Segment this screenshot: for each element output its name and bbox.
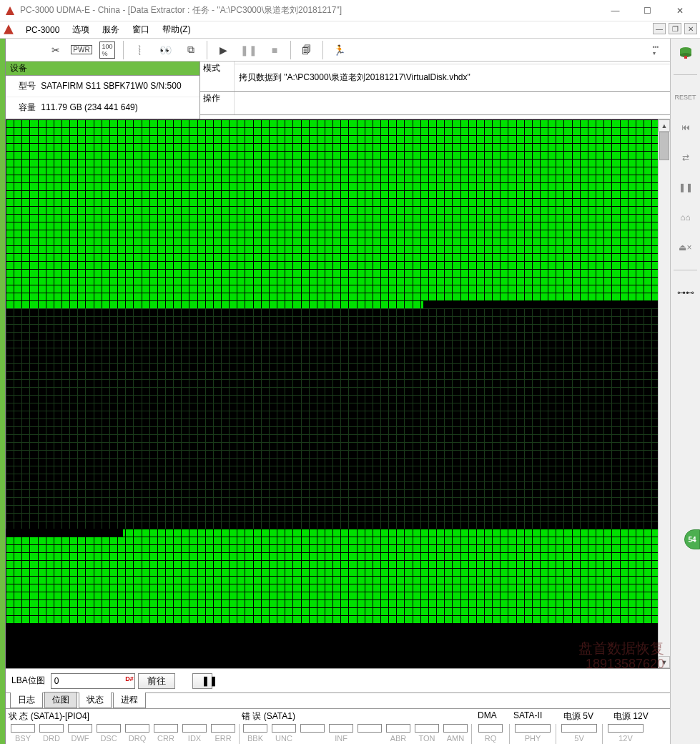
pause-icon[interactable]: ❚❚ [236, 40, 262, 60]
eject-icon[interactable]: ⏏× [675, 237, 696, 258]
stop-icon[interactable]: ■ [262, 40, 287, 60]
device-panel: 设备 型号 SATAFIRM S11 SBFK71W0 S/N:500 容量 1… [6, 62, 200, 119]
flag-unc: UNC [270, 724, 298, 743]
jump-start-icon[interactable]: ⏮ [675, 117, 696, 138]
mdi-minimize-button[interactable]: — [653, 23, 666, 34]
lba-label: LBA位图 [11, 675, 45, 687]
lba-input[interactable] [51, 673, 135, 689]
map-scrollbar[interactable]: ▲ ▼ [658, 119, 670, 668]
adapter-icon[interactable]: ⊶⊷ [675, 282, 696, 303]
toolbar: ✂ PWR 100% ⦚ 👀 ⧉ ▶ ❚❚ ■ 🗐 🏃 ▪▪▪▾ [6, 39, 670, 62]
flag-drq: DRQ [123, 724, 152, 743]
flag-bbk: BBK [241, 724, 270, 743]
svg-marker-1 [4, 24, 14, 34]
flag-5v: 5V [558, 724, 601, 743]
flag-ton: TON [413, 724, 441, 743]
sync-icon[interactable]: ⇄ [675, 147, 696, 168]
scroll-thumb[interactable] [659, 132, 669, 160]
mdi-controls: — ❐ ✕ [653, 23, 697, 34]
app-menu-icon [3, 24, 16, 36]
bit-tool-icon[interactable]: ⦚ [127, 40, 152, 60]
svg-marker-0 [6, 6, 14, 15]
toolbar-dropdown-icon[interactable]: ▪▪▪▾ [643, 40, 669, 60]
copy-docs-icon[interactable]: 🗐 [294, 40, 320, 60]
capacity-label: 容量 [19, 102, 36, 114]
drive-power-icon[interactable] [675, 41, 696, 63]
play-icon[interactable]: ▶ [210, 40, 236, 60]
reset-icon[interactable]: RESET [675, 87, 696, 108]
lba-controls-row: LBA位图 D# 前往 ❚❚ [6, 668, 670, 692]
model-row: 型号 SATAFIRM S11 SBFK71W0 S/N:500 [6, 76, 199, 97]
map-band-read-bottom [6, 529, 658, 623]
capacity-value: 111.79 GB (234 441 649) [41, 102, 137, 112]
flag-abr: ABR [384, 724, 413, 743]
sector-map-area: ▲ ▼ [6, 119, 670, 668]
close-button[interactable]: ✕ [664, 0, 696, 21]
device-panel-header: 设备 [6, 62, 199, 76]
flag-inf: INF [327, 724, 355, 743]
port-info-icon[interactable]: PWR [69, 40, 94, 60]
status-sata2-label: SATA-II [513, 710, 563, 723]
tab-bitmap[interactable]: 位图 [44, 692, 77, 708]
tabs-row: 日志 位图 状态 进程 [6, 692, 670, 708]
lba-pause-button[interactable]: ❚❚ [192, 673, 212, 689]
menu-options[interactable]: 选项 [66, 22, 95, 37]
sector-map[interactable] [6, 119, 658, 668]
menu-window[interactable]: 窗口 [127, 22, 155, 37]
map-band-read-top [6, 119, 658, 308]
flag-blank2 [355, 724, 384, 734]
status-state-label: 状 态 (SATA1)-[PIO4] [9, 710, 242, 723]
mode-row: 模式 拷贝数据到 "A:\PC3000\泉道老刘20181217\Virtual… [200, 62, 670, 92]
percent-icon[interactable]: 100% [94, 40, 120, 60]
mdi-close-button[interactable]: ✕ [684, 23, 697, 34]
map-band-tail [626, 652, 658, 668]
menu-help[interactable]: 帮助(Z) [157, 22, 196, 37]
flag-amn: AMN [441, 724, 470, 743]
operation-body [235, 92, 670, 114]
heads-icon[interactable]: ⌂⌂ [675, 207, 696, 228]
minimize-button[interactable]: — [599, 0, 631, 21]
scroll-down-icon[interactable]: ▼ [659, 656, 670, 668]
scroll-track[interactable] [659, 132, 670, 656]
binoculars-icon[interactable]: 👀 [152, 40, 178, 60]
flag-dwf: DWF [66, 724, 94, 743]
right-tool-rail: RESET ⏮ ⇄ ❚❚ ⌂⌂ ⏏× ⊶⊷ [670, 39, 700, 744]
window-title: PC-3000 UDMA-E - China - [Data Extractor… [20, 4, 599, 16]
maximize-button[interactable]: ☐ [631, 0, 664, 21]
info-panels: 设备 型号 SATAFIRM S11 SBFK71W0 S/N:500 容量 1… [6, 62, 670, 119]
side-badge[interactable]: 54 [684, 529, 700, 549]
mode-header: 模式 [200, 62, 235, 91]
left-rail[interactable] [0, 39, 6, 744]
mdi-restore-button[interactable]: ❐ [669, 23, 681, 34]
rail-pause-icon[interactable]: ❚❚ [675, 177, 696, 198]
flag-dsc: DSC [94, 724, 123, 743]
operation-row: 操作 [200, 92, 670, 115]
exit-icon[interactable]: 🏃 [326, 40, 352, 60]
flag-drd: DRD [37, 724, 66, 743]
lba-mode-toggle[interactable]: D# [125, 675, 134, 682]
title-bar: PC-3000 UDMA-E - China - [Data Extractor… [0, 0, 700, 21]
main-column: ✂ PWR 100% ⦚ 👀 ⧉ ▶ ❚❚ ■ 🗐 🏃 ▪▪▪▾ 设备 型号 [6, 39, 670, 744]
map-grid-overlay [6, 308, 658, 529]
app-icon [4, 5, 16, 16]
flag-rq: RQ [473, 724, 508, 743]
scroll-up-icon[interactable]: ▲ [659, 119, 670, 132]
svg-rect-5 [684, 56, 687, 59]
status-error-label: 错 误 (SATA1) [242, 710, 478, 723]
mode-op-panels: 模式 拷贝数据到 "A:\PC3000\泉道老刘20181217\Virtual… [200, 62, 670, 119]
window-controls: — ☐ ✕ [599, 0, 696, 21]
tools-icon[interactable]: ✂ [43, 40, 69, 60]
flag-bsy: BSY [9, 724, 37, 743]
flag-idx: IDX [180, 724, 209, 743]
data-copy-icon[interactable]: ⧉ [178, 40, 204, 60]
flag-crr: CRR [152, 724, 180, 743]
flag-12v: 12V [604, 724, 647, 743]
tab-log[interactable]: 日志 [10, 692, 43, 708]
menu-app-label[interactable]: PC-3000 [20, 24, 65, 36]
tab-process[interactable]: 进程 [113, 692, 146, 708]
menu-services[interactable]: 服务 [97, 22, 125, 37]
go-button[interactable]: 前往 [138, 673, 175, 689]
map-band-partial-bottom [6, 529, 123, 537]
status-labels-row: 状 态 (SATA1)-[PIO4] 错 误 (SATA1) DMA SATA-… [9, 710, 667, 723]
tab-status[interactable]: 状态 [79, 692, 112, 708]
